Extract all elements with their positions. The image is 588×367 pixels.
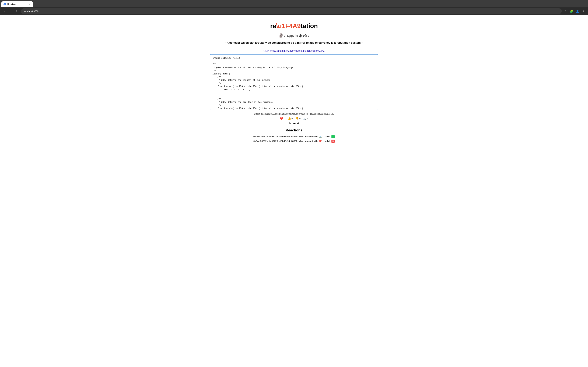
thumbsdown-count: 0 [299,117,301,120]
pronunciation: 🗿 /rɛpjʊˈteɪʃ(ə)n/ [210,33,378,38]
forward-button[interactable]: › [9,9,13,14]
extension-icon[interactable]: 🧩 [569,9,574,14]
digest-line: Digest: dae021b28558a8bdf1ab70680d7fbd9a… [210,113,378,115]
thumbsdown-emoji: 👎 [295,117,299,120]
reaction-entry-1-valid-icon: ✓ [331,135,335,138]
thumbsup-count: 0 [292,117,293,120]
reaction-entry-1-valid-label: valid: [325,135,330,138]
pronunciation-text: /rɛpjʊˈteɪʃ(ə)n/ [284,33,309,38]
profile-icon[interactable]: 👤 [575,9,580,14]
menu-icon[interactable]: ⋮ [581,9,586,14]
mountain-count: 1 [307,117,308,120]
new-tab-button[interactable]: + [34,2,38,7]
bookmark-icon[interactable]: ☆ [563,9,568,14]
back-button[interactable]: ‹ [2,9,7,14]
reaction-entry-1: 0x94ef30282bebc97226baf5bd3a94bb835fcc4b… [210,135,378,138]
reaction-entry-2-reacted: reacted with [305,140,318,142]
app-title: re\u1F4A9tation [210,22,378,30]
pronunciation-icon: 🗿 [279,33,283,38]
page-content: re\u1F4A9tation 🗿 /rɛpjʊˈteɪʃ(ə)n/ "A co… [207,15,381,151]
reaction-entry-2-valid-icon: ✕ [331,140,335,143]
reaction-entry-1-address: 0x94ef30282bebc97226baf5bd3a94bb835fcc4b… [253,135,304,138]
thumbsup-emoji: 👍 [287,117,291,120]
reaction-thumbsdown-button[interactable]: 👎 0 [294,117,301,121]
reaction-entry-2-valid-label: valid: [325,140,330,142]
reaction-mountain-button[interactable]: 🏔️ 1 [302,117,309,121]
quote: "A concept which can arguably be conside… [210,41,378,44]
tab-title: React App [7,3,26,5]
reactions-bar: ❤️ 0 👍 0 👎 0 🏔️ 1 [210,117,378,121]
active-tab[interactable]: ⚛ React App ✕ [1,1,33,7]
reaction-entry-2: 0x94ef30282bebc97226baf5bd3a94bb835fcc4b… [210,140,378,143]
tab-close-button[interactable]: ✕ [28,3,31,6]
reaction-entry-2-emoji: ❤️ [319,140,322,142]
title-rest: tation [301,22,318,30]
reaction-entry-1-emoji: 🏔️ [319,135,322,138]
title-accent: \u1F4A9 [276,22,301,30]
tab-favicon: ⚛ [3,3,6,5]
reaction-entry-2-address: 0x94ef30282bebc97226baf5bd3a94bb835fcc4b… [253,140,304,142]
reload-button[interactable]: ↻ [15,9,20,14]
nav-right-icons: ☆ 🧩 👤 ⋮ [563,9,586,14]
tab-bar: ⚛ React App ✕ + [0,0,588,7]
reaction-heart-button[interactable]: ❤️ 0 [279,117,286,121]
heart-count: 0 [284,117,285,120]
code-editor[interactable] [210,54,378,110]
mountain-emoji: 🏔️ [303,117,306,120]
score-line: Score: -2 [210,122,378,125]
reactions-section-title: Reactions [210,128,378,132]
browser-chrome: ⚛ React App ✕ + ‹ › ↻ ☆ 🧩 👤 ⋮ [0,0,588,15]
reaction-thumbsup-button[interactable]: 👍 0 [287,117,294,121]
user-label: User: 0x94ef30282bebc97226baf5bd3a94bb83… [210,50,378,52]
address-bar[interactable] [21,8,562,14]
title-re: re [270,22,276,30]
nav-bar: ‹ › ↻ ☆ 🧩 👤 ⋮ [0,7,588,15]
heart-emoji: ❤️ [280,117,283,120]
reaction-entry-1-reacted: reacted with [305,135,318,138]
